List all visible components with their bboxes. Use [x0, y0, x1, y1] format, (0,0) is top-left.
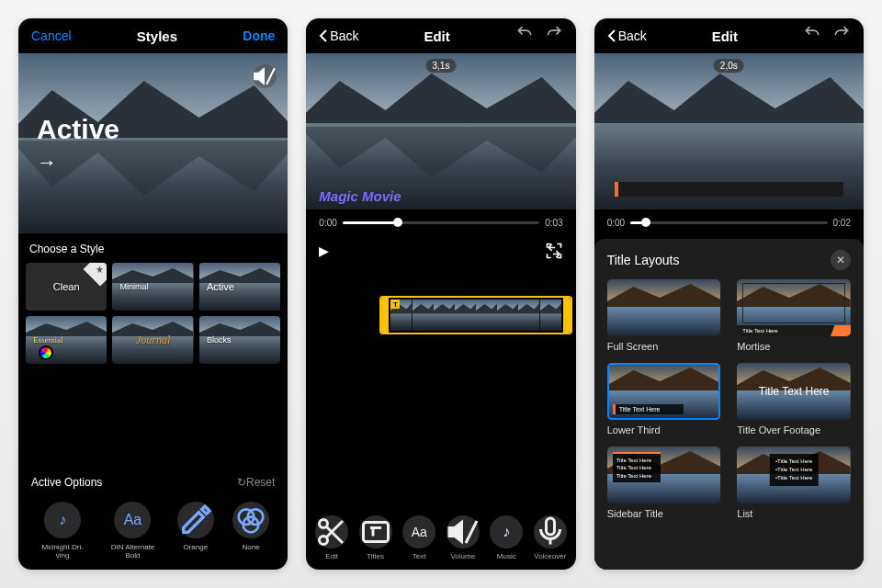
svg-rect-25 — [455, 313, 476, 331]
video-clip[interactable]: T — [379, 296, 571, 334]
title-overlay-bar[interactable] — [615, 182, 843, 197]
svg-rect-19 — [390, 313, 412, 331]
svg-line-2 — [266, 68, 275, 84]
svg-rect-23 — [434, 313, 455, 331]
clip-duration-badge: 3,1s — [426, 59, 457, 73]
style-tile-minimal[interactable]: Minimal — [112, 263, 193, 311]
trim-handle-right[interactable] — [563, 298, 572, 333]
svg-rect-29 — [497, 313, 518, 331]
svg-rect-44 — [607, 307, 721, 336]
style-tile-blocks[interactable]: Blocks — [199, 316, 280, 364]
video-preview[interactable]: 3,1s Magic Movie — [306, 53, 575, 209]
style-tile-journal[interactable]: Journal — [112, 316, 193, 364]
timeline[interactable]: T — [306, 266, 575, 508]
style-tile-essential[interactable]: Essential — [26, 316, 107, 364]
svg-rect-21 — [413, 313, 434, 331]
svg-rect-31 — [518, 313, 539, 331]
active-style-label: Active → — [37, 114, 119, 175]
clip-duration-badge: 2,0s — [714, 59, 744, 73]
edit-screen-timeline: Back Edit 3,1s Magic Movie 0:00 0:03 ▶ — [306, 18, 575, 570]
mute-icon[interactable] — [253, 64, 277, 88]
trim-handle-left[interactable] — [379, 298, 389, 333]
svg-rect-27 — [476, 313, 497, 331]
video-preview[interactable]: 2,0s — [594, 53, 864, 209]
color-ring-icon — [39, 345, 53, 360]
title-marker-icon: T — [390, 300, 400, 309]
style-tile-active[interactable]: Active — [199, 263, 280, 311]
style-preview: Active → — [18, 53, 288, 233]
style-tile-clean[interactable]: Clean — [26, 263, 107, 311]
magic-movie-title[interactable]: Magic Movie — [319, 188, 401, 204]
arrow-right-icon: → — [37, 151, 119, 175]
svg-rect-33 — [540, 313, 561, 331]
